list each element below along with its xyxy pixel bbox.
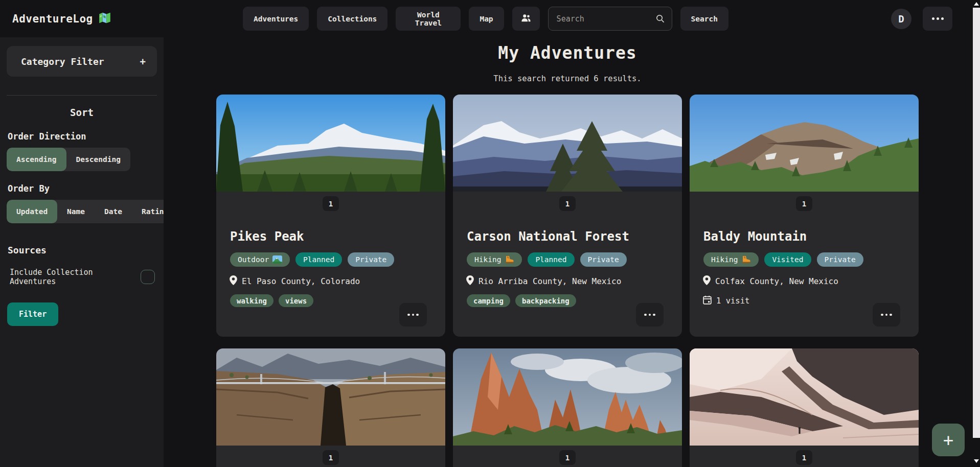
search-icon: [655, 14, 665, 26]
category-filter-toggle[interactable]: Category Filter +: [7, 46, 157, 77]
location-pin-icon: [703, 275, 711, 287]
map-logo-icon: [98, 11, 111, 27]
category-badge: Hiking: [703, 252, 759, 267]
nav-collections-button[interactable]: Collections: [317, 7, 388, 31]
search-button[interactable]: Search: [680, 7, 728, 31]
sources-heading: Sources: [8, 245, 157, 255]
status-badge: Visited: [764, 252, 811, 267]
adventure-image[interactable]: [690, 95, 919, 192]
status-badge: Planned: [528, 252, 574, 267]
category-icon: [741, 255, 751, 264]
nav-map-button[interactable]: Map: [469, 7, 504, 31]
location-text: El Paso County, Colorado: [242, 276, 360, 286]
ellipsis-icon: [407, 314, 419, 316]
order-by-updated[interactable]: Updated: [7, 200, 57, 223]
add-adventure-button[interactable]: +: [932, 424, 965, 456]
location-pin-icon: [230, 275, 237, 287]
adventure-image[interactable]: [216, 348, 445, 446]
visibility-badge: Private: [580, 252, 627, 267]
order-direction-ascending[interactable]: Ascending: [7, 148, 66, 171]
include-collection-label: Include Collection Adventures: [10, 268, 141, 286]
calendar-icon: [703, 295, 712, 307]
adventure-card[interactable]: 1: [690, 348, 919, 467]
nav-world-travel-button[interactable]: World Travel: [396, 7, 461, 31]
order-direction-label: Order Direction: [8, 131, 157, 142]
category-badge: Outdoor: [230, 252, 290, 267]
visibility-badge: Private: [348, 252, 394, 267]
location-pin-icon: [466, 275, 474, 287]
category-icon: [272, 255, 282, 264]
card-more-button[interactable]: [873, 303, 900, 326]
image-count-badge: 1: [559, 450, 576, 465]
nav-adventures-button[interactable]: Adventures: [243, 7, 309, 31]
badge-row: Outdoor Planned Private: [216, 252, 445, 267]
include-collection-checkbox[interactable]: [141, 270, 155, 284]
order-direction-toggle: Ascending Descending: [7, 148, 130, 171]
badge-row: Hiking Visited Private: [690, 252, 919, 267]
image-count-badge: 1: [323, 196, 339, 211]
image-count-badge: 1: [796, 196, 812, 211]
tag-badge: walking: [230, 294, 274, 307]
adventure-grid: 1 Pikes Peak Outdoor Planned Private El …: [216, 95, 919, 467]
adventure-title[interactable]: Baldy Mountain: [690, 229, 919, 244]
adventure-card[interactable]: 1 Carson National Forest Hiking Planned …: [453, 95, 682, 337]
users-icon: [520, 13, 532, 24]
image-count-badge: 1: [323, 450, 339, 465]
image-count-badge: 1: [559, 196, 576, 211]
plus-expand-icon: +: [140, 56, 146, 67]
adventure-title[interactable]: Carson National Forest: [453, 229, 682, 244]
tag-badge: camping: [467, 294, 510, 307]
sort-heading: Sort: [7, 107, 157, 118]
app-title: AdventureLog: [12, 13, 93, 25]
location-row: Rio Arriba County, New Mexico: [453, 275, 682, 287]
location-row: El Paso County, Colorado: [216, 275, 445, 287]
adventure-image[interactable]: [690, 348, 919, 446]
sidebar-divider: [7, 95, 157, 96]
avatar[interactable]: D: [891, 9, 911, 29]
scrollbar-down-arrow[interactable]: [974, 459, 979, 463]
adventure-image[interactable]: [453, 95, 682, 192]
filter-sidebar: Category Filter + Sort Order Direction A…: [0, 37, 164, 467]
location-row: Colfax County, New Mexico: [690, 275, 919, 287]
nav-more-button[interactable]: [923, 7, 952, 31]
adventure-image[interactable]: [216, 95, 445, 192]
category-badge: Hiking: [467, 252, 522, 267]
adventure-card[interactable]: 1: [453, 348, 682, 467]
adventure-title[interactable]: Pikes Peak: [216, 229, 445, 244]
ellipsis-icon: [932, 17, 944, 20]
order-by-name[interactable]: Name: [57, 200, 95, 223]
page-title: My Adventures: [164, 43, 971, 63]
page-scrollbar[interactable]: [971, 0, 980, 467]
card-more-button[interactable]: [636, 303, 664, 326]
card-more-button[interactable]: [399, 303, 427, 326]
adventure-image[interactable]: [453, 348, 682, 446]
nav-right-group: D: [891, 0, 952, 37]
tag-badge: backpacking: [515, 294, 576, 307]
nav-button-group: Adventures Collections World Travel Map: [243, 7, 728, 31]
ellipsis-icon: [881, 314, 892, 316]
scrollbar-thumb[interactable]: [973, 8, 980, 438]
search-input[interactable]: [548, 7, 672, 31]
tag-badge: views: [279, 294, 313, 307]
order-direction-descending[interactable]: Descending: [66, 148, 130, 171]
nav-users-button[interactable]: [512, 7, 540, 31]
adventure-card[interactable]: 1: [216, 348, 445, 467]
order-by-date[interactable]: Date: [95, 200, 132, 223]
location-text: Rio Arriba County, New Mexico: [478, 276, 621, 286]
order-by-label: Order By: [8, 183, 157, 194]
adventure-card[interactable]: 1 Baldy Mountain Hiking Visited Private …: [690, 95, 919, 337]
top-navbar: AdventureLog Adventures Collections Worl…: [0, 0, 971, 37]
search-field-wrap: [548, 7, 672, 31]
app-logo[interactable]: AdventureLog: [12, 0, 111, 37]
adventure-card[interactable]: 1 Pikes Peak Outdoor Planned Private El …: [216, 95, 445, 337]
ellipsis-icon: [644, 314, 655, 316]
filter-button[interactable]: Filter: [7, 302, 58, 326]
category-icon: [505, 255, 514, 264]
category-filter-label: Category Filter: [21, 56, 104, 67]
main-content: My Adventures This search returned 6 res…: [164, 37, 971, 467]
scrollbar-up-arrow[interactable]: [974, 2, 979, 6]
badge-row: Hiking Planned Private: [453, 252, 682, 267]
image-count-badge: 1: [796, 450, 812, 465]
sources-row: Include Collection Adventures: [10, 268, 155, 286]
visit-count-text: 1 visit: [716, 296, 749, 306]
